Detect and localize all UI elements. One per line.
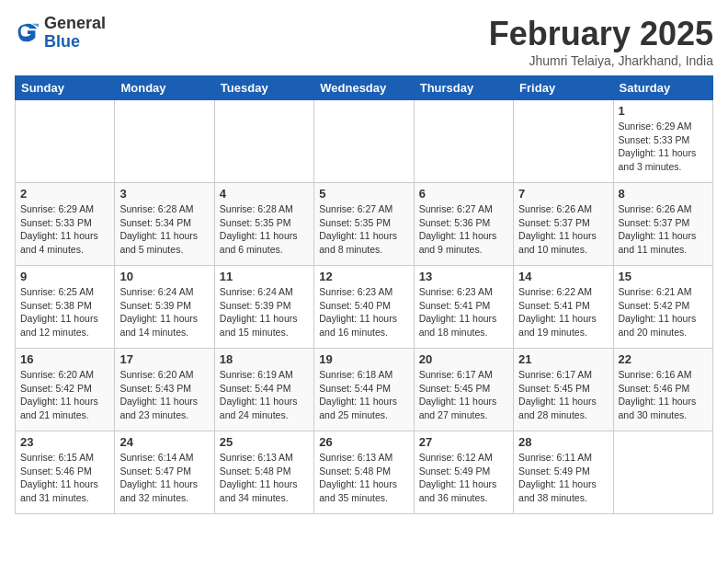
day-number: 2: [20, 187, 109, 201]
day-info: Sunrise: 6:22 AM Sunset: 5:41 PM Dayligh…: [518, 285, 608, 339]
day-info: Sunrise: 6:23 AM Sunset: 5:40 PM Dayligh…: [319, 285, 408, 339]
calendar-cell: 24Sunrise: 6:14 AM Sunset: 5:47 PM Dayli…: [115, 431, 214, 514]
calendar-cell: 7Sunrise: 6:26 AM Sunset: 5:37 PM Daylig…: [514, 183, 613, 266]
day-info: Sunrise: 6:26 AM Sunset: 5:37 PM Dayligh…: [619, 202, 708, 257]
weekday-header-friday: Friday: [514, 76, 613, 100]
calendar-cell: 2Sunrise: 6:29 AM Sunset: 5:33 PM Daylig…: [16, 183, 115, 266]
month-title: February 2025: [489, 15, 713, 53]
calendar-cell: 3Sunrise: 6:28 AM Sunset: 5:34 PM Daylig…: [115, 183, 214, 266]
weekday-header-thursday: Thursday: [414, 76, 513, 100]
calendar-cell: 28Sunrise: 6:11 AM Sunset: 5:49 PM Dayli…: [514, 431, 613, 514]
weekday-header-monday: Monday: [115, 76, 214, 100]
day-number: 10: [119, 270, 209, 283]
day-number: 3: [119, 187, 209, 201]
calendar-cell: 8Sunrise: 6:26 AM Sunset: 5:37 PM Daylig…: [613, 183, 712, 266]
day-number: 20: [419, 352, 508, 366]
day-info: Sunrise: 6:27 AM Sunset: 5:35 PM Dayligh…: [319, 202, 408, 257]
title-block: February 2025 Jhumri Telaiya, Jharkhand,…: [489, 15, 713, 68]
day-info: Sunrise: 6:19 AM Sunset: 5:44 PM Dayligh…: [220, 368, 309, 422]
calendar-cell: [613, 431, 712, 514]
day-info: Sunrise: 6:29 AM Sunset: 5:33 PM Dayligh…: [619, 120, 708, 174]
day-number: 9: [20, 270, 109, 283]
day-info: Sunrise: 6:13 AM Sunset: 5:48 PM Dayligh…: [319, 451, 408, 505]
day-info: Sunrise: 6:14 AM Sunset: 5:47 PM Dayligh…: [119, 451, 209, 505]
calendar-cell: 10Sunrise: 6:24 AM Sunset: 5:39 PM Dayli…: [115, 266, 214, 349]
calendar-cell: 13Sunrise: 6:23 AM Sunset: 5:41 PM Dayli…: [414, 266, 513, 349]
day-info: Sunrise: 6:28 AM Sunset: 5:35 PM Dayligh…: [220, 202, 309, 257]
calendar-cell: [514, 100, 613, 183]
logo-blue: Blue: [44, 32, 80, 51]
page-header: General Blue February 2025 Jhumri Telaiy…: [15, 15, 713, 68]
day-info: Sunrise: 6:13 AM Sunset: 5:48 PM Dayligh…: [220, 451, 309, 505]
weekday-header-wednesday: Wednesday: [314, 76, 414, 100]
day-number: 23: [20, 435, 109, 449]
calendar-cell: 22Sunrise: 6:16 AM Sunset: 5:46 PM Dayli…: [613, 349, 712, 431]
calendar-cell: 1Sunrise: 6:29 AM Sunset: 5:33 PM Daylig…: [613, 100, 712, 183]
day-info: Sunrise: 6:11 AM Sunset: 5:49 PM Dayligh…: [518, 451, 608, 505]
calendar-week-2: 2Sunrise: 6:29 AM Sunset: 5:33 PM Daylig…: [16, 183, 713, 266]
day-info: Sunrise: 6:15 AM Sunset: 5:46 PM Dayligh…: [20, 451, 109, 505]
day-info: Sunrise: 6:23 AM Sunset: 5:41 PM Dayligh…: [419, 285, 508, 339]
day-number: 21: [518, 352, 608, 366]
logo: General Blue: [15, 15, 106, 52]
weekday-header-saturday: Saturday: [613, 76, 712, 100]
logo-icon: [15, 20, 40, 46]
calendar-body: 1Sunrise: 6:29 AM Sunset: 5:33 PM Daylig…: [16, 100, 713, 514]
day-number: 8: [619, 187, 708, 201]
day-number: 17: [119, 352, 209, 366]
calendar-cell: [214, 100, 313, 183]
day-info: Sunrise: 6:18 AM Sunset: 5:44 PM Dayligh…: [319, 368, 408, 422]
calendar-cell: 26Sunrise: 6:13 AM Sunset: 5:48 PM Dayli…: [314, 431, 414, 514]
day-number: 5: [319, 187, 408, 201]
calendar-cell: [16, 100, 115, 183]
day-info: Sunrise: 6:21 AM Sunset: 5:42 PM Dayligh…: [619, 285, 708, 339]
calendar-cell: [314, 100, 414, 183]
day-number: 24: [119, 435, 209, 449]
calendar-cell: 27Sunrise: 6:12 AM Sunset: 5:49 PM Dayli…: [414, 431, 513, 514]
calendar-header: SundayMondayTuesdayWednesdayThursdayFrid…: [16, 76, 713, 100]
day-number: 18: [220, 352, 309, 366]
day-number: 26: [319, 435, 408, 449]
day-info: Sunrise: 6:17 AM Sunset: 5:45 PM Dayligh…: [518, 368, 608, 422]
day-number: 22: [619, 352, 708, 366]
day-number: 13: [419, 270, 508, 283]
day-info: Sunrise: 6:26 AM Sunset: 5:37 PM Dayligh…: [518, 202, 608, 257]
day-number: 19: [319, 352, 408, 366]
day-number: 16: [20, 352, 109, 366]
day-number: 14: [518, 270, 608, 283]
calendar-cell: 23Sunrise: 6:15 AM Sunset: 5:46 PM Dayli…: [16, 431, 115, 514]
day-number: 4: [220, 187, 309, 201]
day-info: Sunrise: 6:28 AM Sunset: 5:34 PM Dayligh…: [119, 202, 209, 257]
day-number: 12: [319, 270, 408, 283]
calendar-cell: 11Sunrise: 6:24 AM Sunset: 5:39 PM Dayli…: [214, 266, 313, 349]
weekday-header-tuesday: Tuesday: [214, 76, 313, 100]
calendar-week-1: 1Sunrise: 6:29 AM Sunset: 5:33 PM Daylig…: [16, 100, 713, 183]
calendar-cell: 6Sunrise: 6:27 AM Sunset: 5:36 PM Daylig…: [414, 183, 513, 266]
day-number: 6: [419, 187, 508, 201]
calendar-cell: 25Sunrise: 6:13 AM Sunset: 5:48 PM Dayli…: [214, 431, 313, 514]
day-number: 25: [220, 435, 309, 449]
day-info: Sunrise: 6:25 AM Sunset: 5:38 PM Dayligh…: [20, 285, 109, 339]
location-subtitle: Jhumri Telaiya, Jharkhand, India: [489, 53, 713, 68]
day-info: Sunrise: 6:24 AM Sunset: 5:39 PM Dayligh…: [220, 285, 309, 339]
day-info: Sunrise: 6:20 AM Sunset: 5:43 PM Dayligh…: [119, 368, 209, 422]
day-number: 7: [518, 187, 608, 201]
weekday-header-row: SundayMondayTuesdayWednesdayThursdayFrid…: [16, 76, 713, 100]
calendar-cell: 20Sunrise: 6:17 AM Sunset: 5:45 PM Dayli…: [414, 349, 513, 431]
calendar-cell: 14Sunrise: 6:22 AM Sunset: 5:41 PM Dayli…: [514, 266, 613, 349]
logo-general: General: [44, 14, 106, 32]
calendar-cell: 18Sunrise: 6:19 AM Sunset: 5:44 PM Dayli…: [214, 349, 313, 431]
calendar-cell: 12Sunrise: 6:23 AM Sunset: 5:40 PM Dayli…: [314, 266, 414, 349]
calendar-cell: 19Sunrise: 6:18 AM Sunset: 5:44 PM Dayli…: [314, 349, 414, 431]
day-info: Sunrise: 6:24 AM Sunset: 5:39 PM Dayligh…: [119, 285, 209, 339]
calendar-week-4: 16Sunrise: 6:20 AM Sunset: 5:42 PM Dayli…: [16, 349, 713, 431]
day-info: Sunrise: 6:29 AM Sunset: 5:33 PM Dayligh…: [20, 202, 109, 257]
weekday-header-sunday: Sunday: [16, 76, 115, 100]
calendar-cell: [115, 100, 214, 183]
calendar-table: SundayMondayTuesdayWednesdayThursdayFrid…: [15, 75, 713, 514]
day-number: 11: [220, 270, 309, 283]
logo-text: General Blue: [44, 15, 106, 52]
day-info: Sunrise: 6:20 AM Sunset: 5:42 PM Dayligh…: [20, 368, 109, 422]
calendar-cell: 16Sunrise: 6:20 AM Sunset: 5:42 PM Dayli…: [16, 349, 115, 431]
day-number: 28: [518, 435, 608, 449]
